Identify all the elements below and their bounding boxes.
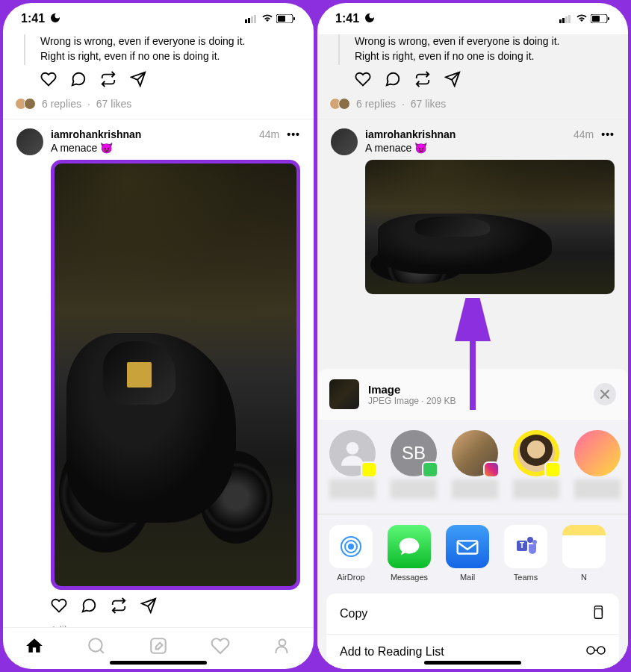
post-actions — [51, 597, 300, 617]
feed[interactable]: Wrong is wrong, even if everyone is doin… — [3, 34, 314, 627]
svg-rect-12 — [565, 16, 568, 23]
snapchat-badge-icon — [544, 461, 561, 478]
app-mail[interactable]: Mail — [446, 525, 489, 582]
share-thumbnail — [329, 379, 359, 409]
svg-rect-6 — [293, 17, 295, 20]
svg-rect-11 — [562, 18, 565, 23]
svg-rect-3 — [254, 15, 256, 23]
likes-count[interactable]: 67 likes — [96, 98, 131, 110]
messages-badge-icon — [422, 461, 438, 478]
contact-avatar: SB — [391, 430, 437, 476]
share-apps: AirDrop Messages Mail T Teams — [317, 514, 628, 588]
svg-point-27 — [587, 647, 594, 654]
svg-rect-13 — [568, 15, 571, 23]
glasses-icon — [586, 645, 606, 659]
messages-icon — [388, 525, 431, 568]
repost-icon[interactable] — [100, 71, 116, 90]
like-icon — [355, 71, 371, 90]
svg-rect-5 — [278, 16, 285, 22]
app-notes[interactable]: N — [562, 525, 606, 582]
share-contact[interactable]: SB — [391, 430, 437, 499]
svg-rect-2 — [251, 16, 253, 23]
svg-rect-1 — [248, 18, 250, 23]
like-icon[interactable] — [51, 597, 67, 617]
share-icon[interactable] — [140, 597, 157, 617]
close-icon[interactable] — [594, 383, 616, 405]
thread-line — [24, 34, 25, 65]
post-partial[interactable]: Wrong is wrong, even if everyone is doin… — [3, 34, 314, 119]
post-meta: 6 replies · 67 likes — [40, 98, 300, 110]
more-icon: ••• — [601, 128, 615, 140]
svg-point-17 — [346, 442, 359, 455]
reply-avatars — [15, 98, 36, 110]
share-icon — [444, 71, 461, 90]
svg-point-7 — [89, 638, 102, 651]
status-time: 1:41 — [21, 12, 45, 25]
contact-avatar — [329, 430, 376, 476]
copy-action[interactable]: Copy — [326, 594, 619, 635]
repost-icon[interactable] — [111, 597, 127, 617]
svg-point-28 — [597, 647, 605, 654]
repost-icon — [414, 71, 431, 90]
share-header: Image JPEG Image · 209 KB — [317, 369, 628, 420]
share-title: Image — [368, 383, 585, 396]
post-text: Wrong is wrong, even if everyone is doin… — [40, 34, 300, 63]
post-actions — [40, 71, 300, 90]
share-sheet[interactable]: Image JPEG Image · 209 KB SB — [317, 369, 628, 669]
main-post[interactable]: iamrohankrishnan 44m ••• A menace 😈 — [3, 119, 314, 627]
status-time: 1:41 — [335, 12, 359, 25]
share-contact[interactable] — [574, 430, 621, 499]
share-actions: Copy Add to Reading List — [326, 594, 619, 669]
comment-icon[interactable] — [70, 71, 87, 90]
app-teams[interactable]: T Teams — [504, 525, 547, 582]
phone-left: 1:41 Wrong is wrong, even if everyone is… — [3, 3, 314, 669]
avatar[interactable] — [16, 128, 43, 155]
comment-icon — [385, 71, 401, 90]
share-contacts: SB — [317, 420, 628, 514]
post-partial: Wrong is wrong, even if everyone is doin… — [317, 34, 628, 119]
contact-avatar — [452, 430, 498, 476]
app-airdrop[interactable]: AirDrop — [329, 525, 373, 582]
status-bar: 1:41 — [317, 3, 628, 34]
share-subtitle: JPEG Image · 209 KB — [368, 396, 585, 406]
activity-icon[interactable] — [211, 636, 230, 659]
post-time: 44m — [259, 128, 279, 140]
contact-avatar — [513, 430, 559, 476]
snapchat-badge-icon — [361, 461, 377, 478]
more-icon[interactable]: ••• — [287, 128, 300, 140]
share-icon[interactable] — [130, 71, 146, 90]
svg-text:T: T — [520, 541, 524, 550]
svg-rect-21 — [458, 541, 478, 553]
comment-icon[interactable] — [81, 597, 97, 617]
share-contact[interactable] — [329, 430, 376, 499]
svg-point-24 — [527, 537, 533, 543]
airdrop-icon — [329, 525, 373, 568]
notes-icon — [562, 525, 606, 568]
svg-point-18 — [348, 544, 354, 550]
mail-icon — [446, 525, 489, 568]
svg-rect-0 — [245, 19, 247, 23]
home-indicator[interactable] — [110, 661, 207, 665]
home-indicator[interactable] — [424, 661, 521, 665]
svg-rect-26 — [594, 609, 602, 618]
post-image[interactable] — [51, 160, 300, 590]
svg-rect-15 — [592, 16, 600, 22]
svg-rect-10 — [559, 19, 562, 23]
home-icon[interactable] — [25, 636, 44, 659]
like-icon[interactable] — [40, 71, 57, 90]
phone-right: 1:41 Wrong is wrong, even if everyone is… — [317, 3, 628, 669]
avatar — [331, 128, 358, 155]
copy-icon — [589, 604, 606, 623]
contact-avatar — [574, 430, 621, 476]
share-contact[interactable] — [452, 430, 498, 499]
share-contact[interactable] — [513, 430, 559, 499]
profile-icon[interactable] — [273, 636, 292, 659]
username[interactable]: iamrohankrishnan — [51, 128, 141, 140]
replies-count[interactable]: 6 replies — [42, 98, 81, 110]
status-bar: 1:41 — [3, 3, 314, 34]
status-indicators — [245, 14, 296, 23]
dnd-icon — [364, 12, 376, 26]
app-messages[interactable]: Messages — [388, 525, 431, 582]
compose-icon[interactable] — [149, 636, 168, 659]
search-icon[interactable] — [87, 636, 106, 659]
